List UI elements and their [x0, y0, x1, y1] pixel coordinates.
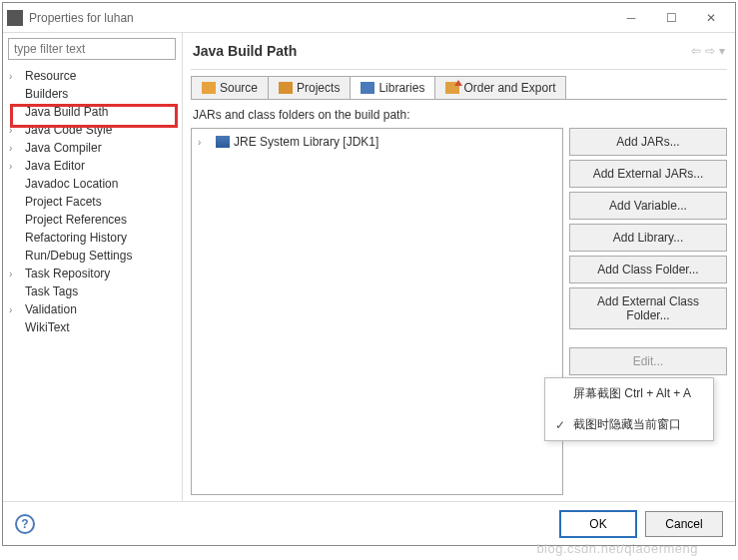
tree-item-label: Java Build Path — [23, 105, 108, 119]
tree-item-label: Resource — [23, 69, 76, 83]
help-icon[interactable]: ? — [15, 514, 35, 534]
add-jars-button[interactable]: Add JARs... — [569, 128, 727, 156]
expand-arrow-icon: › — [9, 125, 23, 136]
tree-item-label: Validation — [23, 302, 77, 316]
add-library-button[interactable]: Add Library... — [569, 224, 727, 252]
tree-item-run-debug-settings[interactable]: Run/Debug Settings — [3, 247, 182, 265]
titlebar: Properties for luhan ─ ☐ ✕ — [3, 3, 735, 33]
tree-item-builders[interactable]: Builders — [3, 85, 182, 103]
add-variable-button[interactable]: Add Variable... — [569, 192, 727, 220]
add-external-jars-button[interactable]: Add External JARs... — [569, 160, 727, 188]
window-title: Properties for luhan — [29, 11, 611, 25]
projects-icon — [279, 82, 293, 94]
watermark: blog.csdn.net/qiaoermeng — [536, 541, 698, 556]
tree-item-label: Refactoring History — [23, 231, 127, 245]
tree: ›ResourceBuildersJava Build Path›Java Co… — [3, 65, 182, 338]
tree-item-label: WikiText — [23, 320, 70, 334]
tabs-row: SourceProjectsLibrariesOrder and Export — [191, 76, 727, 100]
popup-item-hide-window[interactable]: ✓ 截图时隐藏当前窗口 — [545, 409, 713, 440]
expand-arrow-icon: › — [9, 71, 23, 82]
libraries-icon — [361, 82, 374, 94]
library-item[interactable]: ›JRE System Library [JDK1] — [196, 133, 558, 151]
add-class-folder-button[interactable]: Add Class Folder... — [569, 256, 727, 283]
maximize-button[interactable]: ☐ — [651, 4, 691, 32]
close-button[interactable]: ✕ — [691, 4, 731, 32]
tree-item-label: Project Facets — [23, 195, 102, 209]
expand-arrow-icon: › — [9, 269, 23, 280]
app-icon — [7, 10, 23, 26]
tree-item-label: Java Compiler — [23, 141, 102, 155]
expand-arrow-icon: › — [9, 304, 23, 315]
tab-libraries[interactable]: Libraries — [350, 76, 435, 99]
tab-source[interactable]: Source — [191, 76, 269, 99]
tree-item-refactoring-history[interactable]: Refactoring History — [3, 229, 182, 247]
tree-item-java-compiler[interactable]: ›Java Compiler — [3, 139, 182, 157]
tree-item-javadoc-location[interactable]: Javadoc Location — [3, 175, 182, 193]
tree-item-label: Run/Debug Settings — [23, 249, 132, 263]
edit-button: Edit... — [569, 347, 727, 375]
tree-item-label: Project References — [23, 213, 127, 227]
library-label: JRE System Library [JDK1] — [234, 135, 378, 149]
filter-input[interactable] — [8, 38, 176, 60]
tree-item-task-tags[interactable]: Task Tags — [3, 282, 182, 300]
minimize-button[interactable]: ─ — [611, 4, 651, 32]
expand-arrow-icon: › — [9, 143, 23, 154]
tree-item-label: Task Tags — [23, 284, 78, 298]
footer: ? OK Cancel — [3, 501, 735, 545]
sidebar: ›ResourceBuildersJava Build Path›Java Co… — [3, 33, 183, 501]
expand-arrow-icon: › — [9, 161, 23, 172]
tree-item-label: Javadoc Location — [23, 177, 118, 191]
tree-item-wikitext[interactable]: WikiText — [3, 318, 182, 336]
tab-label: Projects — [297, 81, 340, 95]
screenshot-popup: 屏幕截图 Ctrl + Alt + A ✓ 截图时隐藏当前窗口 — [544, 377, 714, 441]
tree-item-label: Builders — [23, 87, 68, 101]
tree-item-java-editor[interactable]: ›Java Editor — [3, 157, 182, 175]
nav-forward-icon[interactable]: ⇨ — [705, 44, 715, 58]
tree-item-label: Java Code Style — [23, 123, 112, 137]
tree-item-task-repository[interactable]: ›Task Repository — [3, 265, 182, 282]
tree-item-java-code-style[interactable]: ›Java Code Style — [3, 121, 182, 139]
libraries-list[interactable]: ›JRE System Library [JDK1] — [191, 128, 563, 495]
add-external-class-folder-button[interactable]: Add External Class Folder... — [569, 287, 727, 329]
tab-label: Libraries — [378, 81, 424, 95]
tab-projects[interactable]: Projects — [268, 76, 351, 99]
tab-label: Source — [220, 81, 258, 95]
check-icon: ✓ — [555, 418, 567, 432]
popup-item-screenshot[interactable]: 屏幕截图 Ctrl + Alt + A — [545, 378, 713, 409]
nav-back-icon[interactable]: ⇦ — [691, 44, 701, 58]
order-icon — [445, 82, 459, 94]
tree-item-java-build-path[interactable]: Java Build Path — [3, 103, 182, 121]
page-title: Java Build Path — [193, 43, 691, 59]
tree-item-resource[interactable]: ›Resource — [3, 67, 182, 85]
tab-label: Order and Export — [463, 81, 555, 95]
tree-item-project-references[interactable]: Project References — [3, 211, 182, 229]
tab-order-and-export[interactable]: Order and Export — [434, 76, 566, 99]
libraries-subtext: JARs and class folders on the build path… — [191, 100, 727, 128]
ok-button[interactable]: OK — [559, 510, 637, 538]
nav-menu-icon[interactable]: ▾ — [719, 44, 725, 58]
tree-item-validation[interactable]: ›Validation — [3, 300, 182, 318]
cancel-button[interactable]: Cancel — [645, 511, 723, 537]
expand-arrow-icon: › — [198, 137, 212, 148]
tree-item-label: Java Editor — [23, 159, 85, 173]
tree-item-project-facets[interactable]: Project Facets — [3, 193, 182, 211]
tree-item-label: Task Repository — [23, 267, 110, 280]
library-icon — [216, 136, 230, 148]
source-icon — [202, 82, 216, 94]
